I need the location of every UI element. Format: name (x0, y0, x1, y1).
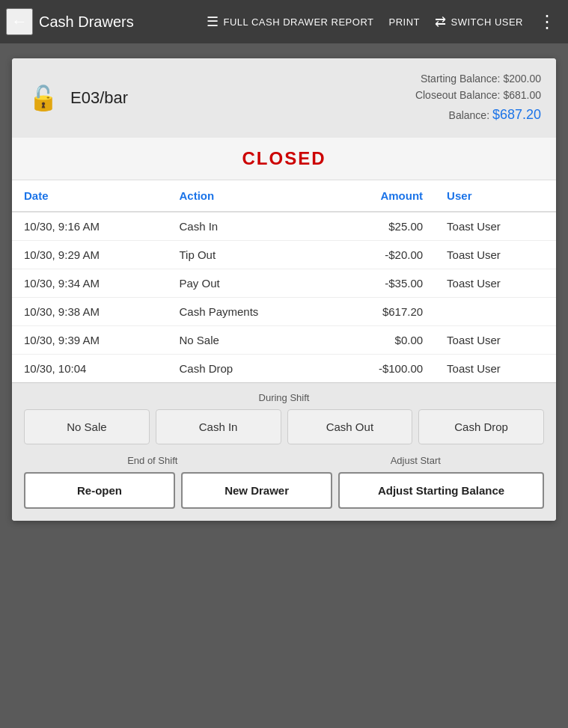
eod-labels-row: End of Shift Adjust Start (24, 455, 544, 466)
app-bar-title: Cash Drawers (39, 13, 195, 31)
starting-balance: Starting Balance: $200.00 (415, 70, 541, 87)
cell-amount: -$35.00 (329, 269, 435, 297)
cell-amount: -$20.00 (329, 240, 435, 269)
cell-date: 10/30, 9:29 AM (12, 240, 167, 269)
table-row: 10/30, 10:04Cash Drop-$100.00Toast User (12, 354, 556, 382)
table-row: 10/30, 9:29 AMTip Out-$20.00Toast User (12, 240, 556, 269)
cell-user: Toast User (435, 269, 556, 297)
drawer-name: E03/bar (70, 88, 128, 108)
adjust-starting-balance-button[interactable]: Adjust Starting Balance (338, 472, 544, 509)
drawer-identity: 🔓 E03/bar (27, 82, 128, 114)
card-header: 🔓 E03/bar Starting Balance: $200.00 Clos… (12, 58, 556, 138)
table-row: 10/30, 9:39 AMNo Sale$0.00Toast User (12, 325, 556, 354)
no-sale-button[interactable]: No Sale (24, 409, 150, 444)
closed-banner: CLOSED (12, 138, 556, 180)
reopen-button[interactable]: Re-open (24, 472, 175, 509)
cell-action: Cash Drop (167, 354, 328, 382)
switch-user-label: SWITCH USER (451, 16, 524, 28)
transactions-table: Date Action Amount User 10/30, 9:16 AMCa… (12, 180, 556, 382)
col-action: Action (167, 180, 328, 212)
cell-action: Cash Payments (167, 297, 328, 325)
end-of-shift-label: End of Shift (24, 455, 281, 466)
report-icon: ☰ (207, 13, 219, 30)
cell-action: Tip Out (167, 240, 328, 269)
cell-user (435, 297, 556, 325)
balance-info: Starting Balance: $200.00 Closeout Balan… (415, 70, 541, 126)
table-row: 10/30, 9:34 AMPay Out-$35.00Toast User (12, 269, 556, 297)
cell-date: 10/30, 9:16 AM (12, 212, 167, 241)
lock-icon: 🔓 (28, 84, 58, 112)
app-bar-actions: ☰ FULL CASH DRAWER REPORT PRINT ⇄ SWITCH… (201, 8, 562, 35)
cell-user: Toast User (435, 325, 556, 354)
drawer-card: 🔓 E03/bar Starting Balance: $200.00 Clos… (12, 58, 556, 521)
cell-amount: $25.00 (329, 212, 435, 241)
cell-action: No Sale (167, 325, 328, 354)
main-content: 🔓 E03/bar Starting Balance: $200.00 Clos… (0, 43, 568, 536)
cell-user: Toast User (435, 354, 556, 382)
cell-user: Toast User (435, 212, 556, 241)
balance-line: Balance: $687.20 (415, 104, 541, 126)
cell-date: 10/30, 9:34 AM (12, 269, 167, 297)
app-bar: ← Cash Drawers ☰ FULL CASH DRAWER REPORT… (0, 0, 568, 43)
table-header-row: Date Action Amount User (12, 180, 556, 212)
balance-label: Balance: (449, 109, 489, 121)
back-button[interactable]: ← (6, 8, 33, 35)
col-amount: Amount (329, 180, 435, 212)
cash-out-button[interactable]: Cash Out (287, 409, 413, 444)
adjust-start-label: Adjust Start (287, 455, 545, 466)
back-icon: ← (11, 12, 28, 31)
table-row: 10/30, 9:16 AMCash In$25.00Toast User (12, 212, 556, 241)
closed-status: CLOSED (242, 148, 326, 168)
cell-amount: $0.00 (329, 325, 435, 354)
balance-value: $687.20 (492, 107, 541, 122)
cell-action: Cash In (167, 212, 328, 241)
cell-user: Toast User (435, 240, 556, 269)
more-icon: ⋮ (538, 11, 556, 31)
cell-amount: -$100.00 (329, 354, 435, 382)
cash-drop-button[interactable]: Cash Drop (418, 409, 544, 444)
cell-date: 10/30, 9:38 AM (12, 297, 167, 325)
table-row: 10/30, 9:38 AMCash Payments$617.20 (12, 297, 556, 325)
action-panel: During Shift No Sale Cash In Cash Out Ca… (12, 382, 556, 521)
switch-user-button[interactable]: ⇄ SWITCH USER (429, 9, 529, 34)
during-shift-section: During Shift No Sale Cash In Cash Out Ca… (24, 392, 544, 444)
during-shift-label: During Shift (24, 392, 544, 403)
cash-in-button[interactable]: Cash In (156, 409, 281, 444)
lock-icon-container: 🔓 (27, 82, 60, 114)
new-drawer-button[interactable]: New Drawer (181, 472, 332, 509)
closeout-balance: Closeout Balance: $681.00 (415, 87, 541, 103)
during-shift-buttons: No Sale Cash In Cash Out Cash Drop (24, 409, 544, 444)
print-label: PRINT (389, 16, 421, 28)
cell-action: Pay Out (167, 269, 328, 297)
full-report-label: FULL CASH DRAWER REPORT (224, 16, 374, 28)
more-options-button[interactable]: ⋮ (532, 8, 562, 35)
cell-date: 10/30, 10:04 (12, 354, 167, 382)
switch-user-icon: ⇄ (435, 13, 447, 30)
full-report-button[interactable]: ☰ FULL CASH DRAWER REPORT (201, 9, 380, 34)
col-date: Date (12, 180, 167, 212)
cell-date: 10/30, 9:39 AM (12, 325, 167, 354)
cell-amount: $617.20 (329, 297, 435, 325)
bottom-actions: Re-open New Drawer Adjust Starting Balan… (24, 472, 544, 509)
print-button[interactable]: PRINT (383, 12, 427, 32)
col-user: User (435, 180, 556, 212)
